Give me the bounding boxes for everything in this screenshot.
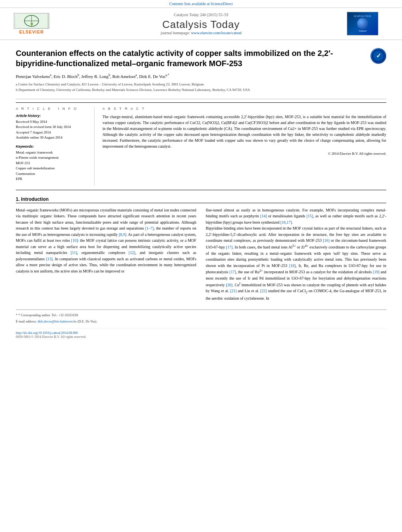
email-link[interactable]: dirk.devos@biw.kuleuven.be [37,319,76,323]
keyword-3: MOF-253 [16,161,88,166]
elsevier-wordmark: ELSEVIER [19,30,44,34]
history-label: Article history: [16,114,88,118]
keyword-2: α-Pinene oxide rearrangement [16,155,88,161]
introduction-section: 1. Introduction Metal–organic frameworks… [16,196,386,302]
footnote-corresponding: * * Corresponding author. Tel.: +32 1632… [16,313,386,318]
article-info-column: A R T I C L E I N F O Article history: R… [16,107,95,186]
article-title-section: Counteranion effects on the catalytic ac… [16,48,386,69]
catalysis-logo-area: ICATALYSIS TODAY [347,12,394,35]
keywords-section: Keywords: Metal–organic framework α-Pine… [16,145,88,182]
authors-line: Pieterjan Valvekensa, Eric D. Blochb, Je… [16,73,386,79]
abstract-header: A B S T R A C T [102,107,386,111]
info-abstract-section: A R T I C L E I N F O Article history: R… [16,102,386,190]
intro-para-3: Bipyridine binding sites have been incor… [206,225,386,301]
elsevier-logo: 🌿 ELSEVIER [8,13,55,34]
keywords-list: Metal–organic framework α-Pinene oxide r… [16,150,88,182]
journal-header: 🌿 ELSEVIER Catalysis Today 246 (2015) 55… [0,8,402,40]
cite-13: [13] [46,257,53,261]
top-bar: Contents lists available at ScienceDirec… [0,0,402,8]
intro-para-1: Metal–organic frameworks (MOFs) are micr… [16,207,196,274]
footnote-email: E-mail address: dirk.devos@biw.kuleuven.… [16,319,386,324]
cite-15: [15] [307,214,313,218]
cite-17b: [17] [229,270,236,274]
doi-bar: http://dx.doi.org/10.1016/j.cattod.2014.… [16,328,386,339]
issue-info: Catalysis Today 246 (2015) 55–59 [55,13,347,17]
received-date: Received 9 May 2014 [16,119,88,125]
cite-12: [12] [128,250,135,255]
cite-16-17: [16,17] [280,220,292,224]
introduction-body: Metal–organic frameworks (MOFs) are micr… [16,207,386,302]
email-label: E-mail address: [16,319,37,323]
journal-title-area: Catalysis Today 246 (2015) 55–59 Catalys… [55,13,347,35]
available-date: Available online 30 August 2014 [16,135,88,141]
keyword-1: Metal–organic framework [16,150,88,156]
doi-link[interactable]: http://dx.doi.org/10.1016/j.cattod.2014.… [16,331,78,335]
footnote-star: * [16,313,17,317]
intro-col-left: Metal–organic frameworks (MOFs) are micr… [16,207,196,302]
rights-text: 0920-5861/© 2014 Elsevier B.V. All right… [16,335,86,339]
intro-col-right: fine-tuned almost as easily as in homoge… [206,207,386,302]
article-title: Counteranion effects on the catalytic ac… [16,48,370,69]
section-number: 1. [16,196,20,202]
article-history: Article history: Received 9 May 2014 Rec… [16,114,88,141]
cite-21: [21] [230,289,237,293]
affiliation-a: a Centre for Surface Chemistry and Catal… [16,82,386,87]
journal-homepage: journal homepage: www.elsevier.com/locat… [55,31,347,35]
cite-22: [22] [260,289,267,293]
keyword-4: Copper salt immobilization [16,166,88,171]
introduction-title: 1. Introduction [16,196,386,203]
cite-18: [18] [289,263,296,268]
homepage-url[interactable]: www.elsevier.com/locate/cattod [191,31,242,35]
cite-19: [19] [373,270,380,274]
svg-text:🌿: 🌿 [30,22,34,26]
keyword-6: EPR [16,176,88,182]
cite-20: [20] [226,283,233,287]
accepted-date: Accepted 7 August 2014 [16,130,88,135]
cite-1-7: [1–7] [145,226,154,230]
affiliation-b: b Department of Chemistry, University of… [16,87,386,93]
keyword-5: Counteranion [16,171,88,177]
cite-17: [17] [226,245,233,249]
homepage-label: journal homepage: [161,31,190,35]
corresponding-text: * Corresponding author. Tel.: +32 163216… [18,313,78,317]
intro-para-2: fine-tuned almost as easily as in homoge… [206,207,386,226]
received-revised-date: Received in revised form 30 July 2014 [16,124,88,130]
catalysis-journal-logo: ICATALYSIS TODAY [347,12,378,35]
elsevier-logo-image: 🌿 [14,13,49,29]
crossmark-logo[interactable]: ✓ [370,48,386,64]
affiliations: a Centre for Surface Chemistry and Catal… [16,82,386,93]
article-info-header: A R T I C L E I N F O [16,107,88,111]
abstract-column: A B S T R A C T The charge-neutral, alum… [102,107,386,186]
sciencedirect-link[interactable]: ScienceDirect [210,2,233,6]
catalysis-logo-ball [357,18,368,29]
email-suffix: (D.E. De Vos). [77,319,97,323]
cite-10: [10] [71,238,78,243]
main-content: Counteranion effects on the catalytic ac… [0,40,402,347]
authors-text: Pieterjan Valvekensa, Eric D. Blochb, Je… [16,74,169,79]
journal-title: Catalysis Today [55,19,347,31]
cite-8-9: [8,9] [119,232,126,237]
svg-text:✓: ✓ [376,52,381,59]
cite-14: [14] [260,214,267,218]
elsevier-branding: 🌿 ELSEVIER [8,13,55,34]
contents-text: Contents lists available at [169,2,209,6]
section-name: Introduction [21,196,48,202]
cite-11: [11] [71,250,77,255]
cite-16: [16] [323,238,329,243]
footnotes-area: * * Corresponding author. Tel.: +32 1632… [16,310,386,324]
abstract-text: The charge-neutral, aluminium-based meta… [102,114,386,149]
keywords-label: Keywords: [16,145,88,148]
copyright-notice: © 2014 Elsevier B.V. All rights reserved… [102,152,386,156]
